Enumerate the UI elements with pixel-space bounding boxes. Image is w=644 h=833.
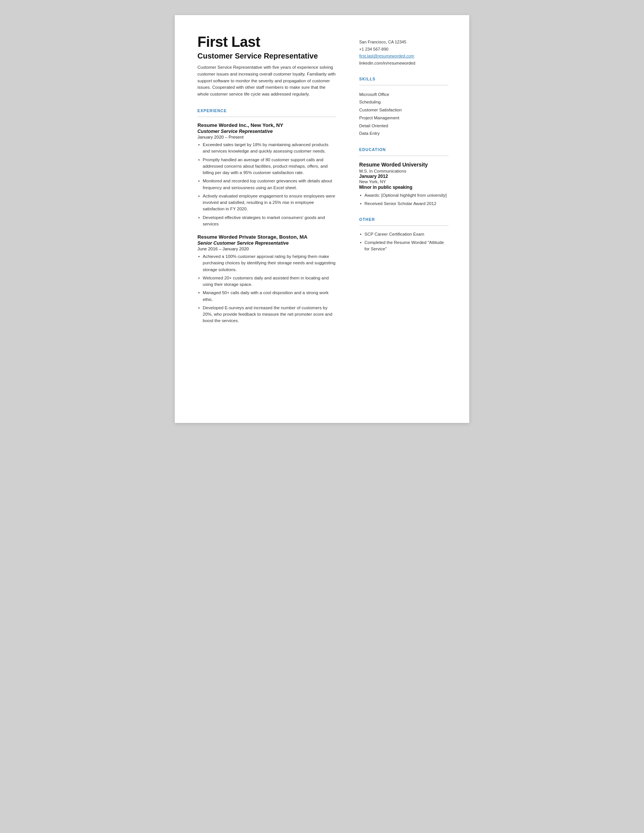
- company-location-2: Boston, MA: [278, 234, 308, 240]
- candidate-summary: Customer Service Representative with fiv…: [198, 64, 336, 98]
- edu-date: January 2012: [360, 174, 448, 179]
- skills-divider: [360, 85, 448, 85]
- other-bullet-1: SCP Career Certification Exam: [360, 231, 448, 238]
- candidate-title: Customer Service Representative: [198, 52, 336, 60]
- company-location-1: New York, NY: [249, 122, 283, 128]
- skill-4: Project Management: [360, 114, 448, 122]
- skills-section-label: SKILLS: [360, 77, 448, 81]
- education-section-label: EDUCATION: [360, 147, 448, 152]
- skill-6: Data Entry: [360, 130, 448, 137]
- contact-location: San Francisco, CA 12345: [360, 39, 448, 46]
- email-link[interactable]: first.last@resumeworded.com: [360, 54, 414, 58]
- bullet-2-4: Developed E-surveys and increased the nu…: [198, 305, 336, 324]
- edu-institution: Resume Worded University: [360, 161, 448, 168]
- bullet-1-3: Monitored and recorded top customer grie…: [198, 178, 336, 191]
- bullet-1-5: Developed effective strategies to market…: [198, 214, 336, 228]
- bullet-2-3: Managed 50+ calls daily with a cool disp…: [198, 289, 336, 303]
- experience-section-label: EXPERIENCE: [198, 108, 336, 113]
- right-column: San Francisco, CA 12345 +1 234 567-890 f…: [348, 34, 448, 404]
- skills-list: Microsoft Office Scheduling Customer Sat…: [360, 91, 448, 137]
- candidate-name: First Last: [198, 34, 336, 50]
- edu-minor: Minor in public speaking: [360, 185, 448, 190]
- other-list: SCP Career Certification Exam Completed …: [360, 231, 448, 252]
- company-bold-1: Resume Worded Inc.,: [198, 122, 249, 128]
- skill-3: Customer Satisfaction: [360, 106, 448, 114]
- contact-info: San Francisco, CA 12345 +1 234 567-890 f…: [360, 39, 448, 67]
- contact-email: first.last@resumeworded.com: [360, 53, 448, 60]
- other-divider: [360, 225, 448, 226]
- edu-degree: M.S. in Communications: [360, 169, 448, 173]
- bullets-2: Achieved a 100% customer approval rating…: [198, 253, 336, 324]
- skill-2: Scheduling: [360, 98, 448, 106]
- edu-location: New York, NY: [360, 179, 448, 184]
- skill-5: Detail Oriented: [360, 122, 448, 130]
- role-title-1: Customer Service Representative: [198, 129, 336, 134]
- edu-bullet-2: Received Senior Scholar Award 2012: [360, 201, 448, 207]
- left-column: First Last Customer Service Representati…: [198, 34, 348, 404]
- experience-divider: [198, 117, 336, 117]
- company-bold-2: Resume Worded Private Storage,: [198, 234, 278, 240]
- date-range-2: June 2016 – January 2020: [198, 246, 336, 251]
- resume-page: First Last Customer Service Representati…: [175, 15, 469, 423]
- other-bullet-2: Completed the Resume Worded "Attitude fo…: [360, 240, 448, 252]
- date-range-1: January 2020 – Present: [198, 135, 336, 139]
- bullet-1-2: Promptly handled an average of 80 custom…: [198, 157, 336, 176]
- role-title-2: Senior Customer Service Representative: [198, 241, 336, 246]
- experience-entry-1: Resume Worded Inc., New York, NY Custome…: [198, 122, 336, 227]
- company-name-2: Resume Worded Private Storage, Boston, M…: [198, 234, 336, 240]
- other-section-label: OTHER: [360, 217, 448, 222]
- company-name-1: Resume Worded Inc., New York, NY: [198, 122, 336, 128]
- bullet-2-1: Achieved a 100% customer approval rating…: [198, 253, 336, 273]
- education-divider: [360, 156, 448, 156]
- header-section: First Last Customer Service Representati…: [198, 34, 336, 98]
- experience-entry-2: Resume Worded Private Storage, Boston, M…: [198, 234, 336, 324]
- edu-bullets: Awards: [Optional highlight from univers…: [360, 192, 448, 207]
- bullet-2-2: Welcomed 20+ customers daily and assiste…: [198, 275, 336, 288]
- contact-linkedin: linkedin.com/in/resumeworded: [360, 60, 448, 67]
- bullet-1-4: Actively evaluated employee engagement t…: [198, 193, 336, 212]
- bullet-1-1: Exceeded sales target by 18% by maintain…: [198, 142, 336, 155]
- edu-bullet-1: Awards: [Optional highlight from univers…: [360, 192, 448, 199]
- education-entry: Resume Worded University M.S. in Communi…: [360, 161, 448, 207]
- skill-1: Microsoft Office: [360, 91, 448, 98]
- bullets-1: Exceeded sales target by 18% by maintain…: [198, 142, 336, 227]
- contact-phone: +1 234 567-890: [360, 46, 448, 53]
